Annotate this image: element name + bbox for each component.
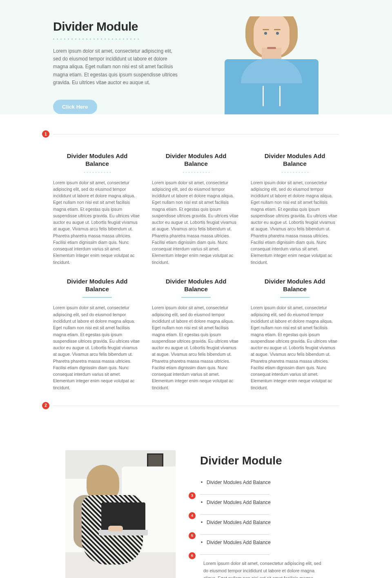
- bottom-title: Divider Module: [200, 454, 327, 467]
- bullet-item: Divider Modules Add Balance: [200, 540, 327, 547]
- feature-card: Divider Modules Add Balance Lorem ipsum …: [152, 278, 240, 391]
- hero-image-col: [204, 16, 339, 114]
- annotation-marker-2: 2: [42, 402, 49, 409]
- feature-title: Divider Modules Add Balance: [251, 152, 339, 168]
- feature-card: Divider Modules Add Balance Lorem ipsum …: [53, 278, 141, 391]
- feature-body: Lorem ipsum dolor sit amet, consectetur …: [251, 179, 339, 266]
- section-divider-2: [53, 406, 339, 406]
- feature-title: Divider Modules Add Balance: [53, 278, 141, 293]
- feature-body: Lorem ipsum dolor sit amet, consectetur …: [53, 179, 141, 266]
- feature-title: Divider Modules Add Balance: [152, 152, 240, 168]
- feature-body: Lorem ipsum dolor sit amet, consectetur …: [53, 304, 141, 391]
- features-section: 1 Divider Modules Add Balance Lorem ipsu…: [0, 114, 392, 426]
- double-line-divider: [280, 297, 310, 298]
- double-line-divider: [181, 297, 211, 298]
- feature-body: Lorem ipsum dolor sit amet, consectetur …: [251, 304, 339, 391]
- list-divider: [200, 494, 270, 495]
- feature-title: Divider Modules Add Balance: [251, 278, 339, 293]
- feature-card: Divider Modules Add Balance Lorem ipsum …: [152, 152, 240, 266]
- list-divider: [200, 554, 270, 555]
- hero-title: Divider Module: [53, 20, 188, 33]
- annotation-marker-6: 6: [189, 552, 196, 559]
- list-divider: [200, 514, 270, 515]
- hero-portrait-image: [218, 16, 325, 114]
- feature-title: Divider Modules Add Balance: [152, 278, 240, 293]
- hero-text-col: Divider Module Lorem ipsum dolor sit ame…: [53, 16, 188, 114]
- section-divider-1: [53, 134, 339, 134]
- hero-section: Divider Module Lorem ipsum dolor sit ame…: [0, 0, 392, 114]
- bullet-item: Divider Modules Add Balance: [200, 520, 327, 527]
- feature-title: Divider Modules Add Balance: [53, 152, 141, 168]
- bullet-item: Divider Modules Add Balance: [200, 480, 327, 487]
- bullet-item: Divider Modules Add Balance: [200, 500, 327, 507]
- lifestyle-image: [65, 450, 176, 578]
- bottom-text-col: Divider Module Divider Modules Add Balan…: [200, 450, 327, 578]
- features-grid: Divider Modules Add Balance Lorem ipsum …: [53, 134, 339, 391]
- feature-card: Divider Modules Add Balance Lorem ipsum …: [251, 152, 339, 266]
- double-line-divider: [82, 297, 112, 298]
- annotation-marker-1: 1: [42, 130, 49, 138]
- annotation-marker-4: 4: [189, 512, 196, 519]
- bullet-list: Divider Modules Add Balance: [200, 500, 327, 507]
- feature-card: Divider Modules Add Balance Lorem ipsum …: [251, 278, 339, 391]
- bullet-list: Divider Modules Add Balance: [200, 480, 327, 487]
- feature-body: Lorem ipsum dolor sit amet, consectetur …: [152, 179, 240, 266]
- feature-body: Lorem ipsum dolor sit amet, consectetur …: [152, 304, 240, 391]
- bottom-section: Divider Module Divider Modules Add Balan…: [0, 426, 392, 578]
- dotted-divider: [53, 38, 188, 41]
- annotation-marker-5: 5: [189, 532, 196, 539]
- dotted-divider-small: [53, 172, 141, 173]
- dotted-divider-small: [152, 172, 240, 173]
- bullet-list: Divider Modules Add Balance: [200, 540, 327, 547]
- list-divider: [200, 534, 270, 535]
- dotted-divider-small: [251, 172, 339, 173]
- bottom-paragraph: Lorem ipsum dolor sit amet, consectetur …: [200, 560, 327, 578]
- bullet-list: Divider Modules Add Balance: [200, 520, 327, 527]
- cta-button[interactable]: Click Here: [53, 100, 97, 114]
- annotation-marker-3: 3: [189, 492, 196, 499]
- feature-card: Divider Modules Add Balance Lorem ipsum …: [53, 152, 141, 266]
- hero-paragraph: Lorem ipsum dolor sit amet, consectetur …: [53, 47, 180, 87]
